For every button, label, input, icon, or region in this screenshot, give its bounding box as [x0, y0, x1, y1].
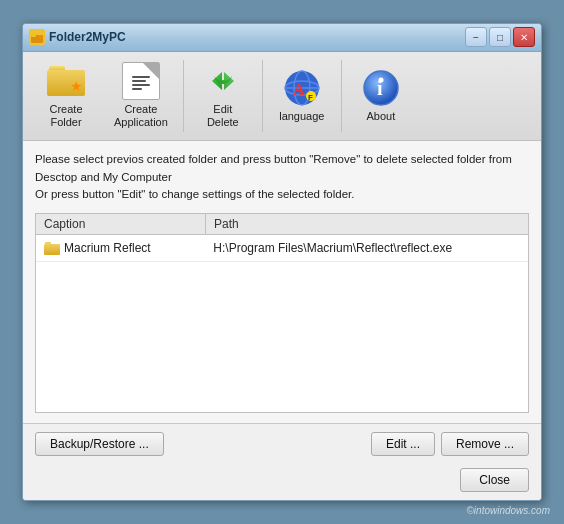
info-line3: Or press button "Edit" to change setting…	[35, 188, 355, 200]
svg-text:F: F	[308, 93, 313, 102]
window-controls: − □ ✕	[465, 27, 535, 47]
edit-delete-icon	[203, 61, 243, 101]
path-cell: H:\Program Files\Macrium\Reflect\reflect…	[205, 239, 528, 257]
bottom-close-row: Close	[23, 464, 541, 500]
about-label: About	[366, 110, 395, 123]
maximize-button[interactable]: □	[489, 27, 511, 47]
watermark: ©intowindows.com	[466, 505, 550, 516]
svg-point-2	[38, 35, 42, 39]
row-path: H:\Program Files\Macrium\Reflect\reflect…	[213, 241, 452, 255]
backup-restore-button[interactable]: Backup/Restore ...	[35, 432, 164, 456]
about-icon: i	[361, 68, 401, 108]
create-application-button[interactable]: CreateApplication	[103, 56, 179, 136]
svg-text:A: A	[293, 81, 305, 98]
info-line1: Please select previos created folder and…	[35, 153, 512, 165]
content-area: Please select previos created folder and…	[23, 141, 541, 423]
row-folder-icon	[44, 242, 60, 255]
close-window-button[interactable]: ✕	[513, 27, 535, 47]
title-bar-left: Folder2MyPC	[29, 29, 126, 45]
minimize-button[interactable]: −	[465, 27, 487, 47]
info-text: Please select previos created folder and…	[35, 151, 529, 203]
toolbar-separator-1	[183, 60, 184, 132]
edit-delete-label: EditDelete	[207, 103, 239, 129]
edit-delete-button[interactable]: EditDelete	[188, 56, 258, 136]
svg-point-12	[378, 77, 383, 82]
create-application-label: CreateApplication	[114, 103, 168, 129]
create-folder-button[interactable]: ★ CreateFolder	[31, 56, 101, 136]
close-button[interactable]: Close	[460, 468, 529, 492]
bottom-bar: Backup/Restore ... Edit ... Remove ...	[23, 423, 541, 464]
edit-button[interactable]: Edit ...	[371, 432, 435, 456]
list-header: Caption Path	[36, 214, 528, 235]
caption-cell: Macrium Reflect	[36, 239, 205, 257]
caption-column-header: Caption	[36, 214, 206, 234]
toolbar-separator-2	[262, 60, 263, 132]
create-folder-label: CreateFolder	[49, 103, 82, 129]
info-line2: Desctop and My Computer	[35, 171, 172, 183]
remove-button[interactable]: Remove ...	[441, 432, 529, 456]
language-icon: A F	[282, 68, 322, 108]
create-folder-icon: ★	[46, 61, 86, 101]
about-button[interactable]: i About	[346, 56, 416, 136]
language-label: language	[279, 110, 324, 123]
language-button[interactable]: A F language	[267, 56, 337, 136]
row-caption: Macrium Reflect	[64, 241, 151, 255]
path-column-header: Path	[206, 214, 528, 234]
svg-rect-1	[31, 33, 36, 37]
toolbar: ★ CreateFolder CreateApplication	[23, 52, 541, 141]
create-application-icon	[121, 61, 161, 101]
toolbar-separator-3	[341, 60, 342, 132]
window-title: Folder2MyPC	[49, 30, 126, 44]
title-bar: Folder2MyPC − □ ✕	[23, 24, 541, 52]
main-window: Folder2MyPC − □ ✕ ★ CreateFolder	[22, 23, 542, 501]
folder-list[interactable]: Caption Path Macrium Reflect H:\Program …	[35, 213, 529, 413]
table-row[interactable]: Macrium Reflect H:\Program Files\Macrium…	[36, 235, 528, 262]
app-icon	[29, 29, 45, 45]
